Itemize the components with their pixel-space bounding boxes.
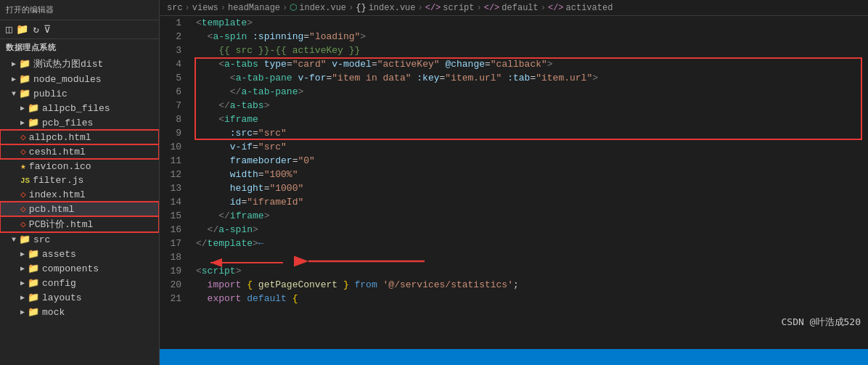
sidebar-item-layouts[interactable]: ▶ 📁 layouts	[0, 290, 159, 305]
sidebar-item-label: public	[33, 89, 67, 99]
sidebar-item-allpcb-html[interactable]: ◇ allpcb.html	[0, 130, 159, 144]
sidebar-item-assets[interactable]: ▶ 📁 assets	[0, 247, 159, 261]
code-content: import { getPageConvert } from '@/servic…	[189, 278, 868, 292]
folder-icon: 📁	[28, 277, 39, 289]
code-table: 1 <template> 2 <a-spin :spinning="loadin…	[160, 16, 868, 305]
breadcrumb-sep: ›	[282, 3, 287, 13]
sidebar-item-components[interactable]: ▶ 📁 components	[0, 261, 159, 276]
code-row: 14 id="iframeId"	[160, 195, 868, 209]
folder-icon: 📁	[28, 306, 39, 318]
code-row: 20 import { getPageConvert } from '@/ser…	[160, 278, 868, 292]
breadcrumb-activated: activated	[566, 3, 613, 13]
folder-icon: 📁	[28, 248, 39, 260]
code-content: </iframe>	[189, 209, 868, 223]
code-content: <script>	[189, 264, 868, 278]
vue-icon: ⬡	[290, 2, 297, 13]
line-number: 4	[160, 57, 189, 71]
code-content: frameborder="0"	[189, 154, 868, 168]
breadcrumb-tag2: </>	[484, 3, 500, 13]
line-number: 19	[160, 264, 189, 278]
breadcrumb-sep: ›	[348, 3, 353, 13]
collapse-icon[interactable]: ⊽	[44, 23, 51, 36]
html-file-icon: ◇	[20, 203, 26, 215]
sidebar-item-filter-js[interactable]: JS filter.js	[0, 173, 159, 187]
breadcrumb-src: src	[167, 3, 183, 13]
html-file-icon: ◇	[20, 189, 26, 200]
code-content: width="100%"	[189, 168, 868, 181]
sidebar-item-testHeatmap[interactable]: ▶ 📁 测试热力图dist	[0, 56, 159, 72]
sidebar-item-nodeModules[interactable]: ▶ 📁 node_modules	[0, 72, 159, 86]
line-number: 8	[160, 112, 189, 126]
sidebar-item-label: allpcb.html	[29, 132, 91, 143]
sidebar-item-pcb-files[interactable]: ▶ 📁 pcb_files	[0, 115, 159, 130]
chevron-right-icon: ▶	[20, 264, 25, 273]
line-number: 20	[160, 278, 189, 292]
sidebar-item-label: pcb.html	[29, 204, 74, 215]
code-content: </a-tabs>	[189, 99, 868, 112]
sidebar-item-label: node_modules	[33, 74, 102, 85]
sidebar-item-index-html[interactable]: ◇ index.html	[0, 187, 159, 202]
chevron-down-icon: ▼	[12, 236, 16, 244]
sidebar-item-ceshi-html[interactable]: ◇ ceshi.html	[0, 144, 159, 159]
sidebar-item-label: ceshi.html	[29, 147, 86, 157]
code-row: 15 </iframe>	[160, 209, 868, 223]
folder-icon: 📁	[19, 73, 30, 85]
new-folder-icon[interactable]: 📁	[16, 23, 28, 36]
sidebar-item-label: allpcb_files	[42, 103, 110, 114]
code-row: 3 {{ src }}-{{ activeKey }}	[160, 44, 868, 57]
line-number: 11	[160, 154, 189, 168]
code-content: </template>←	[189, 237, 868, 250]
chevron-right-icon: ▶	[20, 118, 25, 127]
breadcrumb-bracket: {}	[356, 3, 366, 13]
line-number: 3	[160, 44, 189, 57]
folder-icon: 📁	[19, 234, 30, 245]
line-number: 10	[160, 140, 189, 154]
sidebar-item-label: filter.js	[33, 175, 83, 186]
sidebar-item-allpcb-files[interactable]: ▶ 📁 allpcb_files	[0, 101, 159, 115]
code-content: <a-tabs type="card" v-model="activeKey" …	[189, 57, 868, 71]
breadcrumb-tag3: </>	[548, 3, 564, 13]
sidebar-item-label: favicon.ico	[29, 161, 91, 172]
line-number: 14	[160, 195, 189, 209]
sidebar-item-public[interactable]: ▼ 📁 public	[0, 86, 159, 101]
breadcrumb: src › views › headManage › ⬡ index.vue ›…	[160, 0, 868, 16]
sidebar-item-mock[interactable]: ▶ 📁 mock	[0, 305, 159, 319]
line-number: 15	[160, 209, 189, 223]
sidebar-item-pcb-html[interactable]: ◇ pcb.html	[0, 202, 159, 216]
new-file-icon[interactable]: ◫	[6, 23, 12, 36]
breadcrumb-index-vue2: index.vue	[369, 3, 416, 13]
code-content: export default {	[189, 292, 868, 305]
refresh-icon[interactable]: ↻	[33, 23, 38, 36]
breadcrumb-default: default	[501, 3, 538, 13]
code-row: 4 <a-tabs type="card" v-model="activeKey…	[160, 57, 868, 71]
line-number: 18	[160, 250, 189, 264]
star-icon: ★	[20, 160, 26, 172]
breadcrumb-script-label: script	[443, 3, 474, 13]
sidebar-item-label: assets	[42, 249, 76, 260]
code-row: 17 </template>←	[160, 237, 868, 250]
code-row: 8 <iframe	[160, 112, 868, 126]
chevron-right-icon: ▶	[12, 75, 16, 83]
line-number: 6	[160, 85, 189, 99]
line-number: 1	[160, 16, 189, 30]
sidebar-item-src[interactable]: ▼ 📁 src	[0, 232, 159, 247]
code-row: 18	[160, 250, 868, 264]
sidebar-item-favicon[interactable]: ★ favicon.ico	[0, 159, 159, 173]
chevron-right-icon: ▶	[20, 250, 25, 258]
chevron-right-icon: ▶	[12, 60, 16, 68]
code-content: id="iframeId"	[189, 195, 868, 209]
code-row: 2 <a-spin :spinning="loading">	[160, 30, 868, 44]
sidebar-item-label: components	[42, 263, 99, 274]
sidebar-item-PCB-html[interactable]: ◇ PCB计价.html	[0, 216, 159, 232]
breadcrumb-sep: ›	[417, 3, 422, 13]
section-title: 数据理点系统	[0, 39, 159, 56]
line-number: 17	[160, 237, 189, 250]
sidebar-item-config[interactable]: ▶ 📁 config	[0, 276, 159, 290]
code-row: 10 v-if="src"	[160, 140, 868, 154]
js-file-icon: JS	[20, 176, 30, 185]
sidebar-item-label: 测试热力图dist	[33, 57, 103, 70]
sidebar-item-label: src	[33, 234, 50, 245]
code-container[interactable]: 1 <template> 2 <a-spin :spinning="loadin…	[160, 16, 868, 349]
code-content	[189, 250, 868, 264]
breadcrumb-sep: ›	[221, 3, 226, 13]
